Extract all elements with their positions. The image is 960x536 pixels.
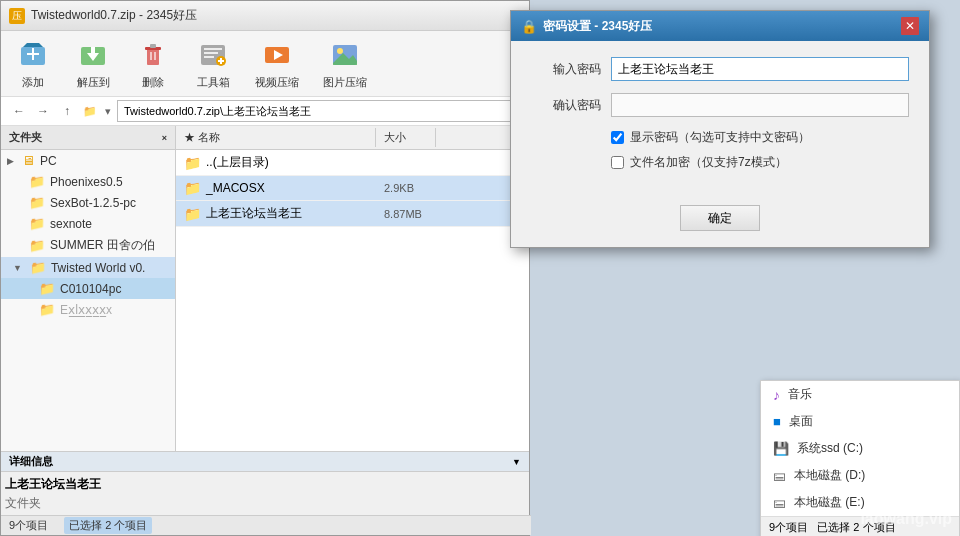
sidebar-header: 文件夹 ×: [1, 126, 175, 150]
forward-button[interactable]: →: [33, 101, 53, 121]
folder-icon: 📁: [39, 302, 55, 317]
folder-icon: 📁: [30, 260, 46, 275]
svg-rect-14: [204, 52, 218, 54]
sidebar-item-twisted[interactable]: ▼ 📁 Twisted World v0.: [1, 257, 175, 278]
expand-arrow: ▼: [13, 263, 22, 273]
svg-rect-2: [32, 48, 34, 60]
sidebar-item-summer[interactable]: 📁 SUMMER 田舍の伯: [1, 234, 175, 257]
folder-icon: 📁: [184, 180, 201, 196]
file-list: ★ 名称 大小 📁 ..(上层目录) 📁 _MACOSX 2.9KB: [176, 126, 529, 451]
show-password-row: 显示密码（勾选可支持中文密码）: [531, 129, 909, 146]
folder-icon: 📁: [29, 216, 45, 231]
confirm-row: 确认密码: [531, 93, 909, 117]
sidebar-item-sexbot[interactable]: 📁 SexBot-1.2.5-pc: [1, 192, 175, 213]
selected-count: 已选择 2 个项目: [64, 517, 152, 534]
file-list-header: ★ 名称 大小: [176, 126, 529, 150]
sidebar: 文件夹 × ▶ 🖥 PC 📁 Phoenixes0.5 📁 SexBot-1.2…: [1, 126, 176, 451]
up-button[interactable]: ↑: [57, 101, 77, 121]
svg-marker-3: [23, 43, 43, 47]
desktop-icon: ■: [773, 414, 781, 429]
extract-label: 解压到: [77, 75, 110, 90]
details-toggle[interactable]: ▼: [512, 457, 521, 467]
tools-button[interactable]: 工具箱: [189, 35, 237, 92]
sidebar-item-c010104pc[interactable]: 📁 C010104pc: [1, 278, 175, 299]
encrypt-filename-checkbox[interactable]: [611, 156, 624, 169]
confirm-input[interactable]: [611, 93, 909, 117]
sidebar-item-exlxxxxx[interactable]: 📁 Ex̲l̲x̲x̲x̲x̲x: [1, 299, 175, 320]
address-bar: ← → ↑ 📁 ▾ Twistedworld0.7.zip\上老王论坛当老王: [1, 97, 529, 126]
password-row: 输入密码: [531, 57, 909, 81]
svg-rect-7: [147, 49, 159, 65]
dialog-close-button[interactable]: ✕: [901, 17, 919, 35]
breadcrumb-separator: ▾: [105, 105, 111, 118]
folder-icon: 📁: [29, 195, 45, 210]
col-size-header[interactable]: 大小: [376, 128, 436, 147]
details-header: 详细信息 ▼: [1, 452, 529, 472]
delete-icon: [135, 37, 171, 73]
drive-d-icon: 🖴: [773, 468, 786, 483]
dialog-title-bar: 🔒 密码设置 - 2345好压 ✕: [511, 11, 929, 41]
menu-item-drive-c[interactable]: 💾 系统ssd (C:): [761, 435, 959, 462]
svg-rect-13: [204, 48, 222, 50]
menu-item-desktop[interactable]: ■ 桌面: [761, 408, 959, 435]
show-password-checkbox[interactable]: [611, 131, 624, 144]
menu-status: 9个项目 已选择 2 个项目: [761, 516, 959, 536]
password-input[interactable]: [611, 57, 909, 81]
file-item-laowang[interactable]: 📁 上老王论坛当老王 8.87MB: [176, 201, 529, 227]
extract-icon: [75, 37, 111, 73]
add-label: 添加: [22, 75, 44, 90]
sidebar-item-phoenixes[interactable]: 📁 Phoenixes0.5: [1, 171, 175, 192]
dialog-body: 输入密码 确认密码 显示密码（勾选可支持中文密码） 文件名加密（仅支持7z模式）: [511, 41, 929, 195]
add-button[interactable]: 添加: [9, 35, 57, 92]
svg-rect-6: [91, 47, 95, 55]
dialog-icon: 🔒: [521, 19, 537, 34]
dialog-title-text: 密码设置 - 2345好压: [543, 18, 652, 35]
show-password-label: 显示密码（勾选可支持中文密码）: [630, 129, 810, 146]
dialog-footer: 确定: [511, 195, 929, 247]
window-title: Twistedworld0.7.zip - 2345好压: [31, 7, 197, 24]
extract-button[interactable]: 解压到: [69, 35, 117, 92]
menu-item-music[interactable]: ♪ 音乐: [761, 381, 959, 408]
encrypt-filename-label: 文件名加密（仅支持7z模式）: [630, 154, 787, 171]
folder-icon: 📁: [184, 155, 201, 171]
add-icon: [15, 37, 51, 73]
svg-point-22: [337, 48, 343, 54]
menu-item-drive-d[interactable]: 🖴 本地磁盘 (D:): [761, 462, 959, 489]
password-label: 输入密码: [531, 61, 601, 78]
video-compress-icon: [259, 37, 295, 73]
back-button[interactable]: ←: [9, 101, 29, 121]
image-compress-button[interactable]: 图片压缩: [317, 35, 373, 92]
file-item-parent[interactable]: 📁 ..(上层目录): [176, 150, 529, 176]
sidebar-collapse[interactable]: ×: [162, 133, 167, 143]
menu-item-drive-e[interactable]: 🖴 本地磁盘 (E:): [761, 489, 959, 516]
details-filename: 上老王论坛当老王: [5, 476, 525, 493]
app-icon: 压: [9, 8, 25, 24]
folder-icon: 📁: [39, 281, 55, 296]
folder-icon: 📁: [184, 206, 201, 222]
encrypt-filename-row: 文件名加密（仅支持7z模式）: [531, 154, 909, 171]
folder-icon: 📁: [29, 174, 45, 189]
folder-icon: 🖥: [22, 153, 35, 168]
video-compress-button[interactable]: 视频压缩: [249, 35, 305, 92]
col-name-header[interactable]: ★ 名称: [176, 128, 376, 147]
delete-button[interactable]: 删除: [129, 35, 177, 92]
drive-e-icon: 🖴: [773, 495, 786, 510]
total-count: 9个项目: [9, 518, 48, 533]
svg-rect-9: [150, 44, 156, 48]
image-compress-icon: [327, 37, 363, 73]
details-filetype: 文件夹: [5, 495, 525, 512]
image-compress-label: 图片压缩: [323, 75, 367, 90]
svg-rect-18: [218, 60, 224, 62]
file-item-macosx[interactable]: 📁 _MACOSX 2.9KB: [176, 176, 529, 201]
drive-c-icon: 💾: [773, 441, 789, 456]
password-dialog: 🔒 密码设置 - 2345好压 ✕ 输入密码 确认密码 显示密码（勾选可支持中文…: [510, 10, 930, 248]
svg-rect-15: [204, 56, 214, 58]
ok-button[interactable]: 确定: [680, 205, 760, 231]
confirm-label: 确认密码: [531, 97, 601, 114]
drive-icon: 📁: [83, 105, 97, 118]
sidebar-item-sexnote[interactable]: 📁 sexnote: [1, 213, 175, 234]
sidebar-item-pc[interactable]: ▶ 🖥 PC: [1, 150, 175, 171]
svg-rect-10: [150, 52, 152, 60]
context-menu: ♪ 音乐 ■ 桌面 💾 系统ssd (C:) 🖴 本地磁盘 (D:) 🖴 本地磁…: [760, 380, 960, 536]
address-path[interactable]: Twistedworld0.7.zip\上老王论坛当老王: [117, 100, 521, 122]
